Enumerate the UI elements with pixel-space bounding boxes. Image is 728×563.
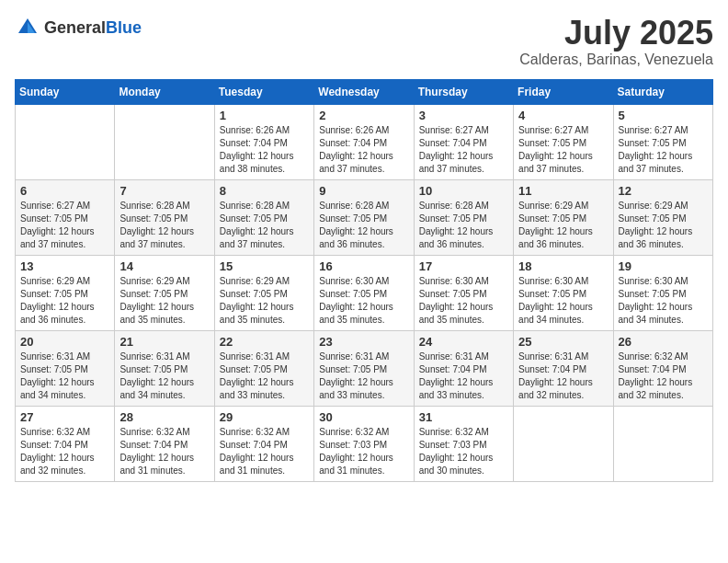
column-header-thursday: Thursday bbox=[414, 79, 513, 104]
day-number: 14 bbox=[119, 259, 209, 273]
week-row-3: 13Sunrise: 6:29 AMSunset: 7:05 PMDayligh… bbox=[16, 255, 713, 330]
page-header: GeneralBlue July 2025 Calderas, Barinas,… bbox=[15, 15, 713, 68]
day-cell: 10Sunrise: 6:28 AMSunset: 7:05 PMDayligh… bbox=[414, 179, 513, 255]
day-cell: 27Sunrise: 6:32 AMSunset: 7:04 PMDayligh… bbox=[16, 406, 115, 481]
day-cell: 8Sunrise: 6:28 AMSunset: 7:05 PMDaylight… bbox=[214, 179, 313, 255]
day-cell bbox=[115, 104, 214, 179]
day-info: Sunrise: 6:32 AMSunset: 7:04 PMDaylight:… bbox=[619, 350, 708, 402]
day-cell: 26Sunrise: 6:32 AMSunset: 7:04 PMDayligh… bbox=[613, 330, 712, 406]
day-cell: 1Sunrise: 6:26 AMSunset: 7:04 PMDaylight… bbox=[214, 104, 313, 179]
day-number: 4 bbox=[518, 109, 608, 122]
day-cell: 13Sunrise: 6:29 AMSunset: 7:05 PMDayligh… bbox=[16, 255, 115, 330]
column-header-sunday: Sunday bbox=[16, 79, 115, 104]
day-number: 2 bbox=[319, 109, 408, 122]
day-cell: 9Sunrise: 6:28 AMSunset: 7:05 PMDaylight… bbox=[314, 179, 414, 255]
day-cell: 6Sunrise: 6:27 AMSunset: 7:05 PMDaylight… bbox=[16, 179, 115, 255]
day-info: Sunrise: 6:27 AMSunset: 7:05 PMDaylight:… bbox=[619, 124, 708, 176]
day-cell: 2Sunrise: 6:26 AMSunset: 7:04 PMDaylight… bbox=[314, 104, 414, 179]
day-number: 18 bbox=[518, 259, 608, 273]
title-block: July 2025 Calderas, Barinas, Venezuela bbox=[519, 15, 713, 68]
day-number: 13 bbox=[20, 259, 109, 273]
day-number: 29 bbox=[220, 410, 309, 424]
day-number: 9 bbox=[319, 184, 408, 198]
day-number: 19 bbox=[619, 259, 708, 273]
day-cell: 28Sunrise: 6:32 AMSunset: 7:04 PMDayligh… bbox=[115, 406, 214, 481]
day-number: 24 bbox=[419, 335, 508, 349]
day-cell: 18Sunrise: 6:30 AMSunset: 7:05 PMDayligh… bbox=[514, 255, 613, 330]
column-header-wednesday: Wednesday bbox=[314, 79, 414, 104]
day-number: 20 bbox=[20, 335, 109, 349]
week-row-5: 27Sunrise: 6:32 AMSunset: 7:04 PMDayligh… bbox=[16, 406, 713, 481]
week-row-4: 20Sunrise: 6:31 AMSunset: 7:05 PMDayligh… bbox=[16, 330, 713, 406]
day-cell: 24Sunrise: 6:31 AMSunset: 7:04 PMDayligh… bbox=[414, 330, 513, 406]
day-info: Sunrise: 6:31 AMSunset: 7:05 PMDaylight:… bbox=[319, 350, 408, 402]
day-info: Sunrise: 6:27 AMSunset: 7:05 PMDaylight:… bbox=[20, 200, 109, 251]
day-cell: 14Sunrise: 6:29 AMSunset: 7:05 PMDayligh… bbox=[115, 255, 214, 330]
column-header-saturday: Saturday bbox=[613, 79, 712, 104]
day-number: 10 bbox=[419, 184, 508, 198]
day-number: 7 bbox=[119, 184, 209, 198]
logo: GeneralBlue bbox=[15, 15, 142, 40]
day-info: Sunrise: 6:32 AMSunset: 7:04 PMDaylight:… bbox=[220, 426, 309, 477]
day-cell: 3Sunrise: 6:27 AMSunset: 7:04 PMDaylight… bbox=[414, 104, 513, 179]
day-cell: 25Sunrise: 6:31 AMSunset: 7:04 PMDayligh… bbox=[514, 330, 613, 406]
day-cell: 19Sunrise: 6:30 AMSunset: 7:05 PMDayligh… bbox=[613, 255, 712, 330]
column-header-friday: Friday bbox=[514, 79, 613, 104]
day-info: Sunrise: 6:29 AMSunset: 7:05 PMDaylight:… bbox=[20, 275, 109, 327]
day-number: 28 bbox=[119, 410, 209, 424]
day-number: 27 bbox=[20, 410, 109, 424]
day-cell: 20Sunrise: 6:31 AMSunset: 7:05 PMDayligh… bbox=[16, 330, 115, 406]
day-number: 8 bbox=[220, 184, 309, 198]
day-info: Sunrise: 6:32 AMSunset: 7:03 PMDaylight:… bbox=[319, 426, 408, 477]
calendar-table: SundayMondayTuesdayWednesdayThursdayFrid… bbox=[15, 79, 713, 482]
column-header-tuesday: Tuesday bbox=[214, 79, 313, 104]
day-cell: 23Sunrise: 6:31 AMSunset: 7:05 PMDayligh… bbox=[314, 330, 414, 406]
logo-text: GeneralBlue bbox=[44, 18, 142, 38]
header-row: SundayMondayTuesdayWednesdayThursdayFrid… bbox=[16, 79, 713, 104]
day-info: Sunrise: 6:27 AMSunset: 7:05 PMDaylight:… bbox=[518, 124, 608, 176]
day-info: Sunrise: 6:32 AMSunset: 7:04 PMDaylight:… bbox=[119, 426, 209, 477]
day-cell: 7Sunrise: 6:28 AMSunset: 7:05 PMDaylight… bbox=[115, 179, 214, 255]
day-number: 23 bbox=[319, 335, 408, 349]
day-cell: 17Sunrise: 6:30 AMSunset: 7:05 PMDayligh… bbox=[414, 255, 513, 330]
day-info: Sunrise: 6:29 AMSunset: 7:05 PMDaylight:… bbox=[220, 275, 309, 327]
day-cell: 29Sunrise: 6:32 AMSunset: 7:04 PMDayligh… bbox=[214, 406, 313, 481]
day-info: Sunrise: 6:28 AMSunset: 7:05 PMDaylight:… bbox=[319, 200, 408, 251]
day-info: Sunrise: 6:30 AMSunset: 7:05 PMDaylight:… bbox=[518, 275, 608, 327]
day-info: Sunrise: 6:32 AMSunset: 7:04 PMDaylight:… bbox=[20, 426, 109, 477]
day-cell: 5Sunrise: 6:27 AMSunset: 7:05 PMDaylight… bbox=[613, 104, 712, 179]
logo-icon bbox=[15, 15, 40, 40]
day-info: Sunrise: 6:31 AMSunset: 7:04 PMDaylight:… bbox=[419, 350, 508, 402]
day-info: Sunrise: 6:28 AMSunset: 7:05 PMDaylight:… bbox=[119, 200, 209, 251]
day-info: Sunrise: 6:27 AMSunset: 7:04 PMDaylight:… bbox=[419, 124, 508, 176]
day-number: 26 bbox=[619, 335, 708, 349]
day-info: Sunrise: 6:29 AMSunset: 7:05 PMDaylight:… bbox=[119, 275, 209, 327]
day-info: Sunrise: 6:29 AMSunset: 7:05 PMDaylight:… bbox=[619, 200, 708, 251]
location-title: Calderas, Barinas, Venezuela bbox=[519, 52, 713, 68]
day-number: 6 bbox=[20, 184, 109, 198]
day-cell: 11Sunrise: 6:29 AMSunset: 7:05 PMDayligh… bbox=[514, 179, 613, 255]
day-number: 16 bbox=[319, 259, 408, 273]
day-number: 1 bbox=[220, 109, 309, 122]
day-info: Sunrise: 6:32 AMSunset: 7:03 PMDaylight:… bbox=[419, 426, 508, 477]
day-cell: 30Sunrise: 6:32 AMSunset: 7:03 PMDayligh… bbox=[314, 406, 414, 481]
week-row-1: 1Sunrise: 6:26 AMSunset: 7:04 PMDaylight… bbox=[16, 104, 713, 179]
day-info: Sunrise: 6:26 AMSunset: 7:04 PMDaylight:… bbox=[319, 124, 408, 176]
day-cell: 12Sunrise: 6:29 AMSunset: 7:05 PMDayligh… bbox=[613, 179, 712, 255]
day-cell: 4Sunrise: 6:27 AMSunset: 7:05 PMDaylight… bbox=[514, 104, 613, 179]
logo-blue: Blue bbox=[106, 18, 142, 37]
day-number: 22 bbox=[220, 335, 309, 349]
month-title: July 2025 bbox=[519, 15, 713, 52]
day-info: Sunrise: 6:28 AMSunset: 7:05 PMDaylight:… bbox=[220, 200, 309, 251]
day-cell bbox=[16, 104, 115, 179]
day-number: 30 bbox=[319, 410, 408, 424]
day-info: Sunrise: 6:26 AMSunset: 7:04 PMDaylight:… bbox=[220, 124, 309, 176]
day-number: 17 bbox=[419, 259, 508, 273]
column-header-monday: Monday bbox=[115, 79, 214, 104]
day-cell: 21Sunrise: 6:31 AMSunset: 7:05 PMDayligh… bbox=[115, 330, 214, 406]
day-number: 12 bbox=[619, 184, 708, 198]
day-info: Sunrise: 6:31 AMSunset: 7:05 PMDaylight:… bbox=[220, 350, 309, 402]
day-info: Sunrise: 6:30 AMSunset: 7:05 PMDaylight:… bbox=[319, 275, 408, 327]
day-cell: 22Sunrise: 6:31 AMSunset: 7:05 PMDayligh… bbox=[214, 330, 313, 406]
day-number: 3 bbox=[419, 109, 508, 122]
